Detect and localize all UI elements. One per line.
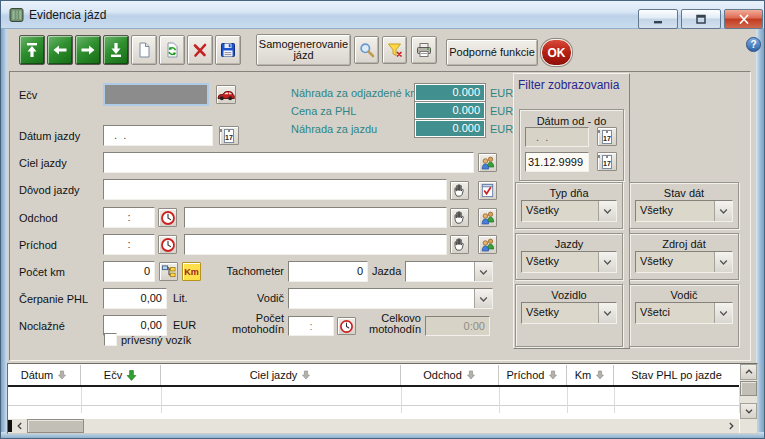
next-record-button[interactable]: [75, 35, 101, 65]
save-button[interactable]: [215, 35, 241, 65]
ok-label: OK: [548, 46, 566, 60]
ok-button[interactable]: OK: [541, 39, 572, 66]
calendar-icon: 17: [602, 131, 612, 143]
column-header-stav-phl[interactable]: Stav PHL po jazde: [614, 365, 739, 385]
pocet-motohodin-input[interactable]: :: [288, 316, 334, 336]
jazda-select[interactable]: [405, 261, 493, 282]
chevron-down-icon[interactable]: [598, 252, 616, 272]
vodic-filter-select[interactable]: Všetci: [635, 302, 733, 324]
cerpanie-phl-input[interactable]: 0,00: [103, 288, 167, 309]
search-button[interactable]: [354, 36, 379, 64]
jazdy-select[interactable]: Všetky: [521, 251, 617, 273]
scroll-right-button[interactable]: [723, 419, 738, 433]
first-record-button[interactable]: [19, 35, 45, 65]
samogenerovanie-button[interactable]: Samogenerovanie jázd: [256, 34, 351, 66]
chevron-down-icon[interactable]: [714, 201, 732, 221]
chevron-down-icon[interactable]: [474, 262, 492, 281]
nahrada-km-unit: EUR: [490, 87, 513, 99]
minimize-button[interactable]: [638, 9, 678, 29]
scroll-up-button[interactable]: [740, 364, 757, 380]
datum-jazdy-calendar-button[interactable]: 17: [219, 126, 239, 145]
odchod-desc-input[interactable]: [184, 207, 447, 228]
titlebar[interactable]: Evidencia jázd: [1, 1, 764, 29]
vodic-value: [289, 289, 474, 308]
last-record-button[interactable]: [103, 35, 129, 65]
chevron-down-icon[interactable]: [474, 289, 492, 308]
horizontal-scroll-thumb[interactable]: [27, 419, 84, 433]
date-from-calendar-button[interactable]: 17: [597, 127, 617, 146]
delete-record-button[interactable]: [187, 35, 213, 65]
ecv-input[interactable]: [103, 83, 209, 106]
km-lookup-button[interactable]: [159, 262, 178, 281]
prichod-clock-button[interactable]: [158, 235, 177, 254]
cena-phl-label: Cena za PHL: [291, 105, 356, 117]
table-row[interactable]: [8, 387, 739, 405]
sort-down-active-icon: [126, 370, 137, 381]
zdroj-dat-select[interactable]: Všetky: [635, 251, 733, 273]
chevron-down-icon: [745, 407, 753, 415]
chevron-left-icon: [16, 422, 24, 430]
odchod-clock-button[interactable]: [158, 208, 177, 227]
motohodiny-clock-button[interactable]: [337, 317, 356, 335]
close-button[interactable]: [724, 9, 763, 29]
app-icon: [9, 7, 25, 23]
help-button[interactable]: ?: [746, 37, 761, 52]
table-row[interactable]: [8, 405, 739, 413]
close-icon: [738, 14, 750, 25]
column-header-datum[interactable]: Dátum: [8, 365, 81, 385]
dovod-note-button[interactable]: [478, 181, 497, 200]
print-button[interactable]: [411, 36, 437, 64]
ciel-picker-button[interactable]: [478, 153, 497, 172]
chevron-down-icon[interactable]: [598, 303, 616, 323]
previous-record-button[interactable]: [47, 35, 73, 65]
dovod-hand-button[interactable]: [450, 181, 469, 200]
pocet-km-input[interactable]: 0: [103, 261, 155, 282]
odchod-people-button[interactable]: [478, 208, 497, 227]
refresh-icon: [164, 42, 180, 58]
maximize-icon: [695, 14, 707, 25]
scroll-down-button[interactable]: [740, 403, 757, 419]
refresh-button[interactable]: [159, 35, 185, 65]
jazda-value: [406, 262, 474, 281]
odchod-time-input[interactable]: :: [103, 207, 155, 228]
tachometer-input[interactable]: 0: [288, 261, 368, 282]
typ-dna-select[interactable]: Všetky: [521, 200, 617, 222]
chevron-down-icon[interactable]: [714, 303, 732, 323]
prichod-desc-input[interactable]: [184, 234, 447, 255]
vodic-select[interactable]: [288, 288, 493, 309]
column-header-ciel-jazdy[interactable]: Ciel jazdy: [161, 365, 401, 385]
podporne-funkcie-button[interactable]: Podporné funkcie: [446, 39, 538, 66]
stav-dat-select[interactable]: Všetky: [635, 200, 733, 222]
sort-down-icon: [466, 370, 476, 380]
date-to-calendar-button[interactable]: 17: [597, 152, 617, 171]
column-header-km[interactable]: Km: [567, 365, 614, 385]
column-header-ecv[interactable]: Ečv: [81, 365, 161, 385]
hierarchy-icon: [161, 264, 176, 279]
column-header-odchod[interactable]: Odchod: [401, 365, 499, 385]
privesny-vozik-checkbox[interactable]: [104, 333, 117, 346]
chevron-down-icon[interactable]: [714, 252, 732, 272]
prichod-time-input[interactable]: :: [103, 234, 155, 255]
vozidlo-select[interactable]: Všetky: [521, 302, 617, 324]
column-header-prichod[interactable]: Príchod: [499, 365, 567, 385]
date-from-input[interactable]: . .: [525, 127, 589, 147]
odchod-hand-button[interactable]: [450, 208, 469, 227]
prichod-hand-button[interactable]: [450, 235, 469, 254]
datum-jazdy-input[interactable]: . .: [103, 125, 213, 146]
sort-down-icon: [548, 370, 558, 380]
noclazne-label: Noclažné: [19, 320, 65, 332]
filter-button[interactable]: [382, 36, 407, 64]
new-record-button[interactable]: [131, 35, 157, 65]
km-calc-button[interactable]: Km: [182, 262, 201, 281]
dovod-jazdy-input[interactable]: [103, 179, 447, 200]
chevron-down-icon[interactable]: [598, 201, 616, 221]
horizontal-scrollbar[interactable]: [8, 419, 739, 433]
vehicle-picker-button[interactable]: [216, 85, 236, 104]
prichod-people-button[interactable]: [478, 235, 497, 254]
vertical-scroll-thumb[interactable]: [740, 381, 757, 396]
maximize-button[interactable]: [681, 9, 721, 29]
splitter-grip[interactable]: [8, 420, 12, 432]
date-to-input[interactable]: 31.12.9999: [525, 152, 589, 172]
ciel-jazdy-input[interactable]: [103, 152, 474, 173]
scroll-left-button[interactable]: [13, 419, 27, 433]
